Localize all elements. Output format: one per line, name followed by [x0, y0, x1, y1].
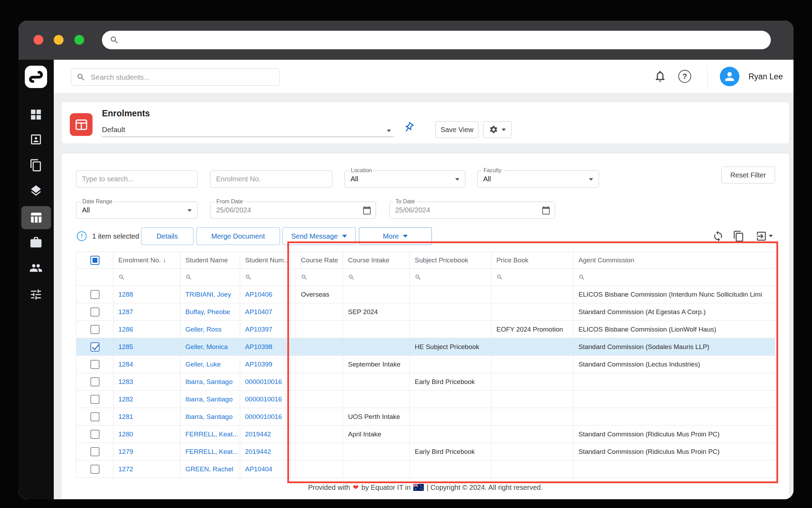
- details-button[interactable]: Details: [141, 227, 193, 245]
- close-button[interactable]: [34, 35, 43, 45]
- enrolment-no-input[interactable]: [211, 171, 332, 187]
- browser-address-bar[interactable]: [102, 31, 771, 49]
- enrolment-link[interactable]: 1282: [113, 391, 180, 408]
- student-number-link[interactable]: AP10406: [240, 286, 291, 303]
- row-checkbox[interactable]: [90, 342, 99, 351]
- courses-icon[interactable]: [29, 184, 43, 197]
- column-filter-subject-pricebook[interactable]: [410, 269, 492, 285]
- student-name-link[interactable]: GREEN, Rachel: [180, 460, 240, 478]
- student-search-input[interactable]: [71, 69, 279, 85]
- calendar-icon[interactable]: [541, 206, 551, 215]
- refresh-icon[interactable]: [712, 230, 724, 242]
- student-name-link[interactable]: Ibarra, Santiago: [180, 373, 240, 390]
- select-all-checkbox[interactable]: [90, 256, 99, 265]
- student-name-link[interactable]: TRIBIANI, Joey: [180, 286, 240, 303]
- minimize-button[interactable]: [54, 35, 64, 45]
- settings-icon[interactable]: [29, 288, 43, 301]
- student-number-link[interactable]: AP10399: [240, 356, 291, 373]
- notifications-icon[interactable]: [654, 70, 667, 83]
- column-filter-course-intake[interactable]: [343, 269, 410, 285]
- equator-logo[interactable]: [25, 66, 47, 88]
- student-number-link[interactable]: 0000010016: [240, 373, 291, 390]
- table-row[interactable]: 1279 FERRELL, Keat... 2019442 Early Bird…: [76, 443, 775, 460]
- quick-search-input[interactable]: [76, 171, 197, 187]
- column-filter-student-name[interactable]: [180, 269, 240, 285]
- enrolment-link[interactable]: 1288: [113, 286, 180, 303]
- row-checkbox[interactable]: [90, 307, 99, 317]
- enrolment-link[interactable]: 1285: [113, 338, 180, 355]
- merge-document-button[interactable]: Merge Document: [196, 227, 280, 245]
- table-row[interactable]: 1288 TRIBIANI, Joey AP10406 Overseas ELI…: [76, 286, 775, 303]
- col-subject-pricebook[interactable]: Subject Pricebook: [410, 252, 492, 268]
- contacts-icon[interactable]: [29, 133, 43, 146]
- student-number-link[interactable]: AP10397: [240, 321, 291, 338]
- column-filter-course-rate[interactable]: [296, 269, 343, 285]
- table-row[interactable]: 1282 Ibarra, Santiago 0000010016: [76, 391, 775, 408]
- enrolment-link[interactable]: 1284: [113, 356, 180, 373]
- col-student-name[interactable]: Student Name: [180, 252, 240, 268]
- student-number-link[interactable]: AP10407: [240, 303, 291, 320]
- student-name-link[interactable]: Geller, Luke: [180, 356, 240, 373]
- row-checkbox[interactable]: [90, 325, 99, 334]
- documents-icon[interactable]: [29, 159, 43, 172]
- row-checkbox[interactable]: [90, 430, 99, 439]
- student-number-link[interactable]: 2019442: [240, 443, 291, 460]
- student-name-link[interactable]: Ibarra, Santiago: [180, 408, 240, 425]
- col-agent-commission[interactable]: Agent Commission: [574, 252, 775, 268]
- view-selector[interactable]: Default: [102, 122, 394, 137]
- enrolment-link[interactable]: 1283: [113, 373, 180, 390]
- row-checkbox[interactable]: [90, 290, 99, 299]
- row-checkbox[interactable]: [90, 360, 99, 369]
- chevron-down-icon[interactable]: [769, 235, 773, 237]
- table-row[interactable]: 1281 Ibarra, Santiago 0000010016 UOS Per…: [76, 408, 775, 426]
- table-row[interactable]: 1285 Geller, Monica AP10398 HE Subject P…: [76, 338, 775, 356]
- faculty-select[interactable]: Faculty All: [477, 170, 599, 188]
- enrolment-link[interactable]: 1286: [113, 321, 180, 338]
- to-date-field[interactable]: To Date 25/06/2024: [389, 202, 555, 219]
- calendar-icon[interactable]: [362, 206, 371, 215]
- col-student-number[interactable]: Student Num...: [240, 252, 291, 268]
- enrolment-link[interactable]: 1287: [113, 303, 180, 320]
- student-number-link[interactable]: 2019442: [240, 426, 291, 443]
- view-settings-button[interactable]: [483, 121, 512, 138]
- table-row[interactable]: 1287 Buffay, Pheobe AP10407 SEP 2024 Sta…: [76, 303, 775, 321]
- copy-grid-icon[interactable]: [733, 230, 745, 242]
- table-row[interactable]: 1283 Ibarra, Santiago 0000010016 Early B…: [76, 373, 775, 391]
- column-filter-agent-commission[interactable]: [574, 269, 775, 285]
- student-number-link[interactable]: 0000010016: [240, 408, 291, 425]
- student-number-link[interactable]: AP10404: [240, 460, 291, 478]
- date-range-select[interactable]: Date Range All: [76, 202, 198, 219]
- row-checkbox[interactable]: [90, 395, 99, 404]
- col-price-book[interactable]: Price Book: [492, 252, 574, 268]
- student-name-link[interactable]: Ibarra, Santiago: [180, 391, 240, 408]
- row-checkbox[interactable]: [90, 447, 99, 456]
- from-date-field[interactable]: From Date 25/06/2024: [210, 202, 376, 219]
- enrolment-link[interactable]: 1281: [113, 408, 180, 425]
- column-filter-price-book[interactable]: [492, 269, 574, 285]
- student-number-link[interactable]: AP10398: [240, 338, 291, 355]
- col-enrolment-no[interactable]: Enrolment No.↓: [113, 252, 180, 268]
- save-view-button[interactable]: Save View: [435, 121, 479, 138]
- enrolments-icon[interactable]: [29, 211, 43, 224]
- dashboard-icon[interactable]: [29, 108, 43, 121]
- student-name-link[interactable]: FERRELL, Keat...: [180, 426, 240, 443]
- row-checkbox[interactable]: [90, 377, 99, 386]
- fullscreen-button[interactable]: [74, 35, 84, 45]
- enrolment-link[interactable]: 1279: [113, 443, 180, 460]
- table-row[interactable]: 1284 Geller, Luke AP10399 September Inta…: [76, 356, 775, 373]
- col-course-rate[interactable]: Course Rate: [296, 252, 343, 268]
- pin-view-icon[interactable]: [403, 122, 415, 133]
- row-checkbox[interactable]: [90, 465, 99, 474]
- help-icon[interactable]: [678, 70, 691, 83]
- table-row[interactable]: 1286 Geller, Ross AP10397 EOFY 2024 Prom…: [76, 321, 775, 338]
- student-name-link[interactable]: Geller, Monica: [180, 338, 240, 355]
- table-row[interactable]: 1272 GREEN, Rachel AP10404: [76, 460, 775, 478]
- enrolment-link[interactable]: 1272: [113, 460, 180, 478]
- row-checkbox[interactable]: [90, 412, 99, 421]
- user-avatar[interactable]: [720, 67, 739, 86]
- col-course-intake[interactable]: Course Intake: [343, 252, 410, 268]
- table-row[interactable]: 1280 FERRELL, Keat... 2019442 April Inta…: [76, 426, 775, 443]
- student-name-link[interactable]: FERRELL, Keat...: [180, 443, 240, 460]
- column-filter-student-number[interactable]: [240, 269, 291, 285]
- student-name-link[interactable]: Buffay, Pheobe: [180, 303, 240, 320]
